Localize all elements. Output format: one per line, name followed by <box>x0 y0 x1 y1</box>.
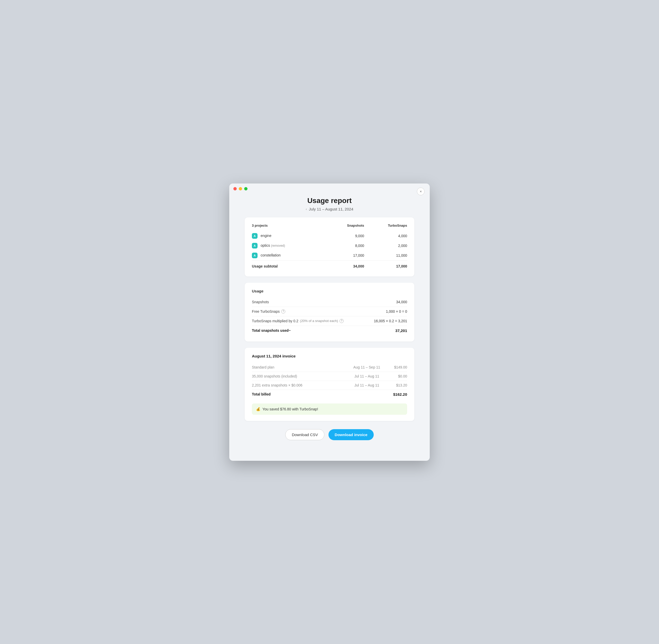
invoice-label: Total billed <box>252 392 347 396</box>
project-name: optics <box>260 243 270 247</box>
invoice-date: Aug 11 – Sep 11 <box>350 365 384 369</box>
content-area: Usage report ‹ July 11 – August 11, 2024… <box>229 197 430 448</box>
project-name-cell: A constellation <box>252 251 326 260</box>
usage-rows: Snapshots 34,000 Free TurboSnaps ? 1,000… <box>252 297 407 336</box>
date-navigation: ‹ July 11 – August 11, 2024 <box>245 207 414 211</box>
info-icon[interactable]: ? <box>281 309 285 314</box>
usage-value: 37,201 <box>395 328 407 333</box>
usage-row: Total snapshots used~ 37,201 <box>252 326 407 336</box>
minimize-traffic-light[interactable] <box>239 187 242 190</box>
table-row: A constellation 17,000 11,000 <box>252 251 407 260</box>
page-title: Usage report <box>245 197 414 205</box>
invoice-label: 35,000 snapshots (included) <box>252 374 347 378</box>
subtotal-snapshots: 34,000 <box>326 260 364 270</box>
project-name: constellation <box>260 253 281 257</box>
subtotal-row: Usage subtotal 34,000 17,000 <box>252 260 407 270</box>
usage-row: Snapshots 34,000 <box>252 297 407 306</box>
subtotal-turbosnaps: 17,000 <box>364 260 407 270</box>
invoice-amount: $149.00 <box>387 365 407 369</box>
invoice-amount: $0.00 <box>387 374 407 378</box>
project-name-cell: A engine <box>252 231 326 241</box>
savings-banner: 💰 You saved $76.80 with TurboSnap! <box>252 404 407 415</box>
usage-card: Usage Snapshots 34,000 Free TurboSnaps ?… <box>245 283 414 342</box>
invoice-amount: $13.20 <box>387 383 407 387</box>
usage-value: 34,000 <box>396 300 407 304</box>
usage-value: 16,005 × 0.2 = 3,201 <box>374 319 407 323</box>
subtotal-label: Usage subtotal <box>252 260 326 270</box>
table-row: A engine 9,000 4,000 <box>252 231 407 241</box>
usage-label: Free TurboSnaps ? <box>252 309 285 314</box>
invoice-date: Jul 11 – Aug 11 <box>350 383 384 387</box>
project-icon: A <box>252 243 257 249</box>
col-projects: 3 projects <box>252 224 326 231</box>
invoice-title: August 11, 2024 invoice <box>252 354 407 358</box>
invoice-label: 2,201 extra snapshots × $0.006 <box>252 383 347 387</box>
download-invoice-button[interactable]: Download invoice <box>328 429 374 440</box>
usage-row: TurboSnaps multiplied by 0.2 (20% of a s… <box>252 316 407 326</box>
info-icon[interactable]: ? <box>340 319 344 323</box>
invoice-row: Total billed $162.20 <box>252 390 407 399</box>
close-icon: × <box>420 189 422 193</box>
invoice-date: Jul 11 – Aug 11 <box>350 374 384 378</box>
date-range: July 11 – August 11, 2024 <box>309 207 354 211</box>
project-turbosnaps: 4,000 <box>364 231 407 241</box>
usage-value: 1,000 × 0 = 0 <box>386 309 407 314</box>
invoice-card: August 11, 2024 invoice Standard plan Au… <box>245 348 414 421</box>
col-snapshots: Snapshots <box>326 224 364 231</box>
savings-icon: 💰 <box>256 407 260 411</box>
project-name-cell: A optics (removed) <box>252 241 326 251</box>
savings-text: You saved $76.80 with TurboSnap! <box>263 407 318 411</box>
close-traffic-light[interactable] <box>233 187 237 190</box>
invoice-amount: $162.20 <box>387 392 407 396</box>
invoice-row: 2,201 extra snapshots × $0.006 Jul 11 – … <box>252 381 407 390</box>
removed-label: (removed) <box>271 244 285 247</box>
invoice-rows: Standard plan Aug 11 – Sep 11 $149.00 35… <box>252 363 407 399</box>
invoice-row: Standard plan Aug 11 – Sep 11 $149.00 <box>252 363 407 372</box>
project-turbosnaps: 2,000 <box>364 241 407 251</box>
usage-label: TurboSnaps multiplied by 0.2 (20% of a s… <box>252 319 344 323</box>
download-csv-button[interactable]: Download CSV <box>285 429 324 440</box>
project-icon: A <box>252 233 257 239</box>
project-turbosnaps: 11,000 <box>364 251 407 260</box>
project-snapshots: 17,000 <box>326 251 364 260</box>
project-snapshots: 8,000 <box>326 241 364 251</box>
invoice-label: Standard plan <box>252 365 347 369</box>
projects-table: 3 projects Snapshots TurboSnaps A engine… <box>252 224 407 270</box>
expand-traffic-light[interactable] <box>244 187 248 190</box>
project-name: engine <box>260 233 271 237</box>
invoice-row: 35,000 snapshots (included) Jul 11 – Aug… <box>252 372 407 381</box>
project-snapshots: 9,000 <box>326 231 364 241</box>
usage-row: Free TurboSnaps ? 1,000 × 0 = 0 <box>252 306 407 316</box>
table-row: A optics (removed) 8,000 2,000 <box>252 241 407 251</box>
main-window: × Usage report ‹ July 11 – August 11, 20… <box>229 183 430 461</box>
project-icon: A <box>252 253 257 258</box>
prev-arrow[interactable]: ‹ <box>306 207 307 211</box>
usage-section-title: Usage <box>252 289 407 293</box>
projects-card: 3 projects Snapshots TurboSnaps A engine… <box>245 217 414 277</box>
col-turbosnaps: TurboSnaps <box>364 224 407 231</box>
usage-label: Total snapshots used~ <box>252 328 291 332</box>
usage-label: Snapshots <box>252 300 269 304</box>
titlebar <box>229 183 430 194</box>
close-button[interactable]: × <box>417 188 425 195</box>
action-buttons: Download CSV Download invoice <box>245 429 414 440</box>
